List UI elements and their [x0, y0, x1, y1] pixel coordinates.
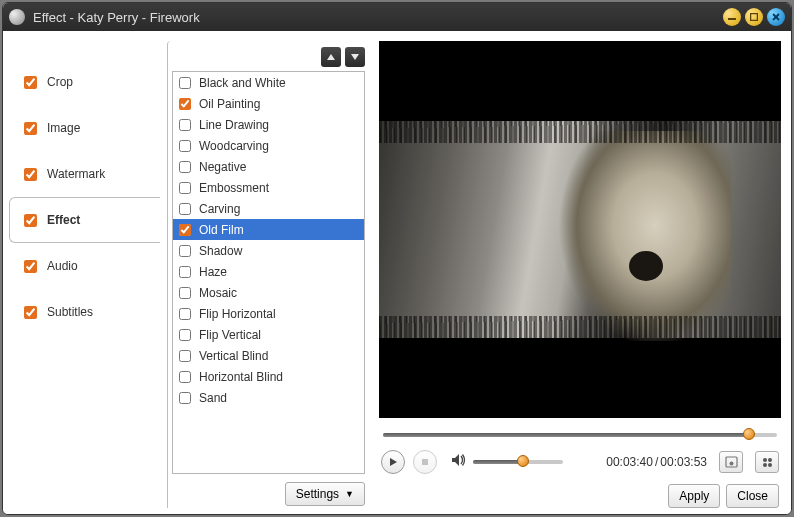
tab-watermark[interactable]: Watermark: [9, 151, 159, 197]
effect-item[interactable]: Haze: [173, 261, 364, 282]
tab-image[interactable]: Image: [9, 105, 159, 151]
tab-audio-label: Audio: [47, 259, 78, 273]
maximize-button[interactable]: [745, 8, 763, 26]
tab-crop-label: Crop: [47, 75, 73, 89]
effect-editor-window: Effect - Katy Perry - Firework CropImage…: [2, 2, 792, 515]
effect-item[interactable]: Sand: [173, 387, 364, 408]
effect-item[interactable]: Carving: [173, 198, 364, 219]
tab-crop[interactable]: Crop: [9, 59, 159, 105]
seek-bar[interactable]: [379, 428, 781, 442]
effect-label: Shadow: [199, 244, 242, 258]
seek-fill: [383, 433, 749, 437]
effects-list[interactable]: Black and WhiteOil PaintingLine DrawingW…: [172, 71, 365, 474]
effect-label: Mosaic: [199, 286, 237, 300]
move-down-button[interactable]: [345, 47, 365, 67]
effect-label: Woodcarving: [199, 139, 269, 153]
effect-checkbox[interactable]: [179, 287, 191, 299]
effect-checkbox[interactable]: [179, 245, 191, 257]
tab-effect-label: Effect: [47, 213, 80, 227]
effect-item[interactable]: Woodcarving: [173, 135, 364, 156]
tab-effect-checkbox[interactable]: [24, 214, 37, 227]
effect-label: Carving: [199, 202, 240, 216]
settings-label: Settings: [296, 487, 339, 501]
effect-checkbox[interactable]: [179, 161, 191, 173]
effect-checkbox[interactable]: [179, 140, 191, 152]
effect-label: Embossment: [199, 181, 269, 195]
tab-image-label: Image: [47, 121, 80, 135]
effect-item[interactable]: Shadow: [173, 240, 364, 261]
effect-item[interactable]: Vertical Blind: [173, 345, 364, 366]
svg-marker-4: [327, 54, 335, 60]
svg-point-12: [768, 458, 772, 462]
category-tabs: CropImageWatermarkEffectAudioSubtitles: [9, 41, 159, 508]
svg-point-11: [763, 458, 767, 462]
playback-time: 00:03:40 / 00:03:53: [606, 455, 707, 469]
tab-crop-checkbox[interactable]: [24, 76, 37, 89]
time-total: 00:03:53: [660, 455, 707, 469]
effect-checkbox[interactable]: [179, 329, 191, 341]
effect-checkbox[interactable]: [179, 119, 191, 131]
effect-label: Line Drawing: [199, 118, 269, 132]
minimize-button[interactable]: [723, 8, 741, 26]
effect-item[interactable]: Old Film: [173, 219, 364, 240]
tab-subtitles[interactable]: Subtitles: [9, 289, 159, 335]
effect-checkbox[interactable]: [179, 224, 191, 236]
effect-item[interactable]: Mosaic: [173, 282, 364, 303]
tab-effect[interactable]: Effect: [9, 197, 160, 243]
effect-checkbox[interactable]: [179, 77, 191, 89]
effect-item[interactable]: Horizontal Blind: [173, 366, 364, 387]
svg-rect-0: [728, 18, 736, 20]
tab-audio-checkbox[interactable]: [24, 260, 37, 273]
video-preview[interactable]: [379, 41, 781, 418]
svg-marker-5: [351, 54, 359, 60]
effect-item[interactable]: Black and White: [173, 72, 364, 93]
effect-item[interactable]: Flip Vertical: [173, 324, 364, 345]
effect-checkbox[interactable]: [179, 371, 191, 383]
volume-thumb[interactable]: [517, 455, 529, 467]
snapshot-button[interactable]: [719, 451, 743, 473]
effect-label: Flip Vertical: [199, 328, 261, 342]
effect-label: Old Film: [199, 223, 244, 237]
effect-item[interactable]: Flip Horizontal: [173, 303, 364, 324]
svg-point-13: [763, 463, 767, 467]
effect-checkbox[interactable]: [179, 266, 191, 278]
effects-panel: Black and WhiteOil PaintingLine DrawingW…: [167, 41, 371, 508]
effect-checkbox[interactable]: [179, 392, 191, 404]
tab-watermark-label: Watermark: [47, 167, 105, 181]
effect-checkbox[interactable]: [179, 203, 191, 215]
time-current: 00:03:40: [606, 455, 653, 469]
effect-label: Flip Horizontal: [199, 307, 276, 321]
effect-checkbox[interactable]: [179, 98, 191, 110]
volume-slider[interactable]: [473, 460, 563, 464]
effect-label: Horizontal Blind: [199, 370, 283, 384]
effect-item[interactable]: Line Drawing: [173, 114, 364, 135]
effect-checkbox[interactable]: [179, 182, 191, 194]
effect-checkbox[interactable]: [179, 350, 191, 362]
seek-thumb[interactable]: [743, 428, 755, 440]
effect-item[interactable]: Embossment: [173, 177, 364, 198]
effect-checkbox[interactable]: [179, 308, 191, 320]
tab-audio[interactable]: Audio: [9, 243, 159, 289]
window-body: CropImageWatermarkEffectAudioSubtitles B…: [3, 31, 791, 514]
apply-button[interactable]: Apply: [668, 484, 720, 508]
close-button[interactable]: Close: [726, 484, 779, 508]
svg-point-10: [729, 462, 733, 466]
titlebar[interactable]: Effect - Katy Perry - Firework: [3, 3, 791, 31]
tab-subtitles-label: Subtitles: [47, 305, 93, 319]
speaker-icon[interactable]: [451, 453, 467, 471]
svg-point-14: [768, 463, 772, 467]
stop-button[interactable]: [413, 450, 437, 474]
close-window-button[interactable]: [767, 8, 785, 26]
tab-image-checkbox[interactable]: [24, 122, 37, 135]
preview-panel: 00:03:40 / 00:03:53 Apply: [379, 41, 781, 508]
settings-button[interactable]: Settings ▼: [285, 482, 365, 506]
volume-control: [451, 453, 563, 471]
compare-button[interactable]: [755, 451, 779, 473]
move-up-button[interactable]: [321, 47, 341, 67]
effect-label: Haze: [199, 265, 227, 279]
effect-item[interactable]: Negative: [173, 156, 364, 177]
tab-watermark-checkbox[interactable]: [24, 168, 37, 181]
effect-item[interactable]: Oil Painting: [173, 93, 364, 114]
tab-subtitles-checkbox[interactable]: [24, 306, 37, 319]
play-button[interactable]: [381, 450, 405, 474]
